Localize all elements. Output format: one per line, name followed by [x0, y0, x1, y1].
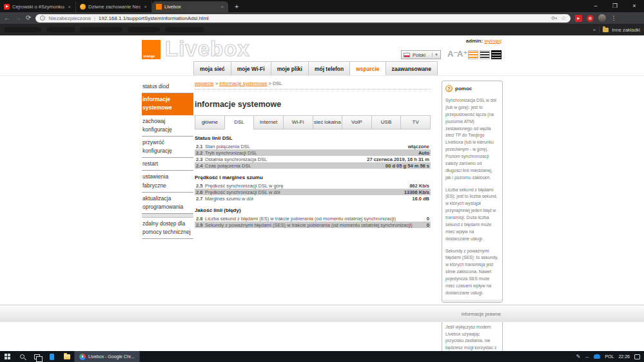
table-row: 2.1 Stan połączenia DSL włączone — [195, 143, 431, 149]
breadcrumb-wsparcie[interactable]: wsparcie — [195, 81, 214, 86]
font-larger-button[interactable]: A⁺ — [457, 49, 467, 59]
row-number: 2.5 — [196, 183, 205, 189]
language-select[interactable]: Polski ▼ — [401, 50, 441, 59]
tab-glowne[interactable]: główne — [195, 115, 224, 129]
theme-light-button[interactable] — [480, 50, 490, 59]
row-number: 2.9 — [196, 222, 205, 228]
language-indicator[interactable]: POL — [605, 354, 614, 359]
profile-avatar[interactable] — [598, 14, 606, 22]
browser-menu-icon[interactable]: ⋮ — [610, 15, 616, 21]
legal-link[interactable]: informacje prawne — [462, 311, 501, 317]
onedrive-icon[interactable] — [594, 354, 600, 359]
task-view-icon — [34, 354, 40, 359]
table-row: 2.2 Tryb synchronizacji DSL Auto — [195, 149, 431, 156]
sidebar-item-restart[interactable]: restart — [142, 158, 193, 171]
help-paragraph: Liczba sekund z błędami (ES): jest to li… — [445, 187, 499, 243]
row-value: Auto — [418, 150, 429, 156]
help-title: pomoc — [455, 86, 472, 91]
table-row: 2.6 Prędkość synchronizacji DSL w dół 13… — [195, 189, 431, 195]
address-bar[interactable]: i Niezabezpieczona | 192.168.1.1/support… — [35, 14, 571, 23]
ink-workspace-icon[interactable]: ✎ — [576, 354, 581, 359]
nav-tab-moja-siec[interactable]: moja sieć — [193, 61, 231, 76]
theme-orange-button[interactable] — [468, 50, 478, 59]
nav-tab-moj-telefon[interactable]: mój telefon — [308, 61, 349, 76]
task-view-button[interactable] — [30, 351, 44, 362]
browser-tab-livebox-active[interactable]: Livebox × — [152, 1, 228, 12]
bookmark-item[interactable] — [46, 27, 75, 32]
your-phone-button[interactable] — [44, 351, 59, 362]
user-label: admin: — [466, 38, 483, 44]
sidebar-item-ustawienia-fabryczne[interactable]: ustawienia fabryczne — [142, 171, 193, 192]
bookmark-star-icon[interactable]: ☆ — [561, 15, 566, 21]
sidebar-item-status-diod[interactable]: status diod — [142, 81, 193, 93]
product-name: Livebox — [165, 37, 250, 61]
forward-icon[interactable]: → — [15, 14, 21, 23]
tab-tv[interactable]: TV — [400, 115, 431, 129]
back-icon[interactable]: ← — [4, 14, 10, 23]
close-button[interactable]: × — [625, 0, 644, 12]
bookmark-item[interactable] — [4, 27, 41, 32]
extension-icon[interactable] — [587, 15, 594, 22]
sidebar-item-aktualizacja[interactable]: aktualizacja oprogramowania — [142, 193, 193, 214]
bookmark-item[interactable] — [165, 27, 204, 32]
row-value: 00 d 05 g 54 m 56 s — [385, 163, 429, 169]
content-tabs: główne DSL Internet Wi-Fi sieć lokalna V… — [195, 115, 431, 129]
minimize-button[interactable]: – — [586, 0, 605, 12]
search-button[interactable] — [15, 351, 30, 362]
maximize-button[interactable]: ❐ — [605, 0, 625, 12]
tab-usb[interactable]: USB — [371, 115, 401, 129]
section-heading: Status linii DSL — [195, 135, 431, 141]
new-tab-button[interactable]: + — [228, 3, 245, 10]
tab-siec-lokalna[interactable]: sieć lokalna — [313, 115, 342, 129]
tab-close-icon[interactable]: × — [220, 4, 224, 10]
info-icon[interactable]: i — [40, 15, 45, 21]
breadcrumb-informacje[interactable]: informacje systemowe — [219, 81, 267, 86]
table-row: 2.8 Liczba sekund z błędami (ES) w trakc… — [195, 215, 431, 222]
sidebar-item-zachowaj-konfiguracje[interactable]: zachowaj konfigurację — [142, 115, 193, 137]
page-footer: informacje prawne — [0, 305, 644, 322]
bookmark-item[interactable] — [128, 27, 160, 32]
font-smaller-button[interactable]: A⁻ — [447, 49, 458, 59]
start-button[interactable] — [0, 351, 15, 362]
extension-icon[interactable] — [575, 15, 582, 22]
theme-dark-button[interactable] — [491, 50, 502, 59]
tab-close-icon[interactable]: × — [67, 4, 72, 10]
language-selected: Polski — [413, 52, 429, 58]
nav-tab-zaawansowane[interactable]: zaawansowane — [385, 61, 438, 76]
reload-icon[interactable]: ⟳ — [26, 14, 31, 23]
logout-link[interactable]: wyloguj — [484, 38, 502, 44]
row-number: 2.7 — [196, 196, 205, 202]
taskbar-app-chrome[interactable]: Livebox - Google Chr... — [74, 351, 140, 362]
tab-dsl[interactable]: DSL — [224, 115, 254, 129]
bookmarks-overflow-icon[interactable]: » — [593, 27, 596, 33]
sidebar-item-informacje-systemowe[interactable]: informacje systemowe — [142, 93, 193, 115]
nav-tab-moje-pliki[interactable]: moje pliki — [271, 61, 308, 76]
action-center-icon[interactable] — [634, 354, 640, 359]
sidebar-item-przywroc-konfiguracje[interactable]: przywróć konfigurację — [142, 137, 193, 158]
nav-tab-moje-wifi[interactable]: moje Wi-Fi — [231, 61, 271, 76]
clock[interactable]: 22:26 — [618, 354, 630, 359]
row-value: 13306 Kb/s — [404, 189, 429, 195]
help-title-row: ? pomoc — [445, 85, 499, 92]
tab-wifi[interactable]: Wi-Fi — [283, 115, 313, 129]
file-explorer-button[interactable] — [59, 351, 74, 362]
tray-chevron-icon[interactable]: ︿ — [585, 354, 589, 360]
phone-icon — [50, 354, 54, 360]
row-label: Liczba sekund z błędami (ES) w trakcie p… — [205, 216, 427, 222]
tab-voip[interactable]: VoIP — [342, 115, 371, 129]
browser-tab-1[interactable]: Cejrowski o #Szymonku/Walcz, B × — [0, 1, 76, 12]
tab-internet[interactable]: Internet — [253, 115, 283, 129]
bookmark-item[interactable] — [80, 27, 122, 32]
nav-tab-wsparcie[interactable]: wsparcie — [349, 61, 385, 76]
row-number: 2.1 — [196, 144, 205, 149]
section-heading: Prędkość i margines szumu — [195, 175, 431, 180]
bookmarks-bar: » Inne zakładki — [0, 24, 644, 35]
security-label: Niezabezpieczona — [48, 15, 90, 21]
orange-logo[interactable]: orange — [142, 40, 161, 59]
sidebar-item-zdalny-dostep[interactable]: zdalny dostęp dla pomocy technicznej — [142, 218, 193, 239]
tab-close-icon[interactable]: × — [143, 4, 148, 10]
key-icon[interactable] — [551, 15, 558, 21]
help-box-pomoc: ? pomoc Synchronizacja DSL w dół (lub w … — [442, 81, 503, 303]
other-bookmarks-button[interactable]: Inne zakładki — [612, 27, 640, 33]
browser-tab-2[interactable]: Dziwne zachowanie Neostrady / × — [76, 1, 152, 12]
